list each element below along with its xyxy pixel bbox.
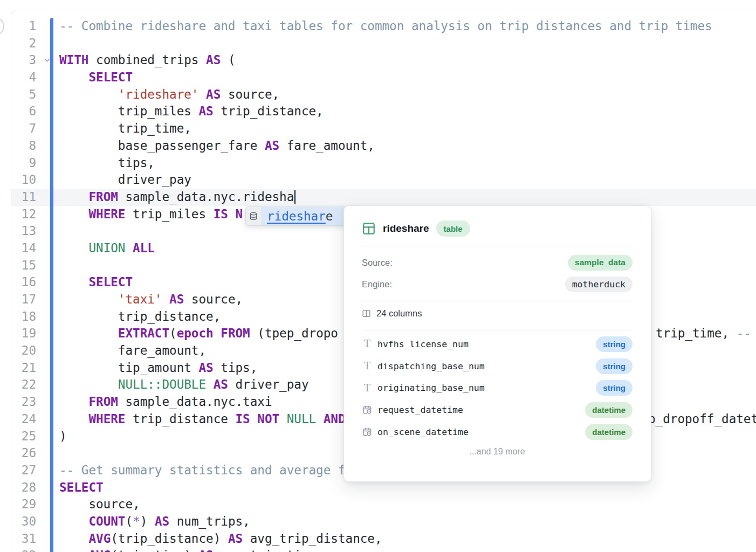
line-number: 15 xyxy=(11,257,36,274)
code-token: IS xyxy=(214,207,228,221)
sql-editor-stage: 1234567891011121314151617181920212223242… xyxy=(0,0,756,552)
code-token: tips, xyxy=(214,361,258,375)
table-info-popover: rideshare table Source: sample_data Engi… xyxy=(343,205,651,482)
code-token: AVG xyxy=(88,548,111,552)
code-token: WITH xyxy=(59,53,88,67)
line-number: 10 xyxy=(11,171,36,189)
datetime-type-icon xyxy=(362,405,372,415)
code-token: NULL::DOUBLE xyxy=(118,377,206,391)
code-line[interactable]: FROM sample_data.nyc.ridesha xyxy=(59,189,756,206)
code-line[interactable]: AVG(trip_time) AS avg_trip_time, xyxy=(59,547,756,552)
code-line[interactable]: trip_miles AS trip_distance, xyxy=(59,103,756,120)
code-token: trip_time, xyxy=(59,121,191,135)
line-number: 13 xyxy=(11,223,36,240)
line-number: 29 xyxy=(11,496,36,513)
code-line[interactable]: tips, xyxy=(59,155,756,172)
code-token: ( xyxy=(169,326,177,340)
panel-edge-decoration xyxy=(0,17,4,36)
table-type-badge: table xyxy=(436,220,470,237)
code-token: COUNT xyxy=(88,514,125,528)
column-type-badge: string xyxy=(596,380,633,396)
text-type-icon: T xyxy=(364,339,370,349)
column-type-icon xyxy=(362,405,373,415)
autocomplete-item-rideshare[interactable]: rideshare xyxy=(261,207,349,225)
divider xyxy=(362,246,633,246)
code-token: sample_data.nyc.ridesha xyxy=(118,190,294,204)
code-token: NULL xyxy=(287,412,316,426)
column-name: request_datetime xyxy=(377,405,463,415)
code-line[interactable]: AVG(trip_distance) AS avg_trip_distance, xyxy=(59,530,756,548)
cell-accent-bar xyxy=(50,18,53,552)
code-token xyxy=(59,275,88,289)
code-token: AVG xyxy=(88,532,111,546)
code-token: ( xyxy=(125,514,133,528)
line-number: 24 xyxy=(11,411,36,428)
code-line[interactable]: source, xyxy=(59,496,756,513)
code-token: (tpep_dropo xyxy=(250,326,338,340)
code-token xyxy=(59,326,118,340)
code-line[interactable]: base_passenger_fare AS fare_amount, xyxy=(59,137,756,155)
line-number: 22 xyxy=(11,376,36,394)
code-token: AS xyxy=(198,548,213,552)
code-token: FROM xyxy=(88,395,118,409)
popover-title: rideshare xyxy=(383,223,429,234)
code-line[interactable]: COUNT(*) AS num_trips, xyxy=(59,513,756,530)
line-number: 32 xyxy=(11,547,36,552)
autocomplete-popup: rideshare xyxy=(245,206,350,226)
code-line[interactable]: -- Combine rideshare and taxi tables for… xyxy=(59,18,756,35)
code-token: SELECT xyxy=(88,70,133,84)
info-label: Engine: xyxy=(362,279,392,289)
code-token: AND xyxy=(324,412,346,426)
code-token: source, xyxy=(59,497,140,511)
code-token xyxy=(206,377,214,391)
line-number: 23 xyxy=(11,394,36,411)
column-type-badge: string xyxy=(596,336,633,352)
more-columns-note: ...and 19 more xyxy=(362,447,633,457)
column-type-badge: datetime xyxy=(585,424,633,440)
code-token xyxy=(250,412,258,426)
code-token: AS xyxy=(206,87,221,101)
line-number: 2 xyxy=(11,35,36,52)
code-token: fare_amount, xyxy=(59,343,206,357)
line-number: 4 xyxy=(11,69,36,86)
popover-header: rideshare table xyxy=(362,217,633,240)
code-token: ) xyxy=(140,514,155,528)
column-type-icon xyxy=(362,427,373,437)
table-icon xyxy=(362,222,376,236)
code-token xyxy=(228,207,236,221)
code-token xyxy=(59,532,88,546)
line-number: 14 xyxy=(11,240,36,257)
code-token: trip_miles xyxy=(125,207,213,221)
info-value-badge: motherduck xyxy=(565,277,633,292)
column-type-icon: T xyxy=(362,339,373,349)
line-number: 19 xyxy=(11,325,36,342)
code-line[interactable]: trip_time, xyxy=(59,120,756,137)
code-line[interactable]: driver_pay xyxy=(59,171,756,189)
code-token: epoch xyxy=(177,326,214,340)
code-token: * xyxy=(133,514,140,528)
code-token xyxy=(198,87,206,101)
line-number: 30 xyxy=(11,513,36,530)
code-token: trip_miles xyxy=(59,104,198,118)
columns-icon xyxy=(362,309,371,318)
text-type-icon: T xyxy=(364,361,370,371)
code-token: avg_trip_time, xyxy=(214,548,324,552)
code-line[interactable]: 'rideshare' AS source, xyxy=(59,86,756,104)
code-token: SELECT xyxy=(88,275,133,289)
code-token xyxy=(59,207,88,221)
code-token: trip_distance xyxy=(125,412,235,426)
code-token: trip_distance, xyxy=(214,104,324,118)
code-line[interactable]: SELECT xyxy=(59,69,756,86)
code-line[interactable]: WITH combined_trips AS ( xyxy=(59,52,756,69)
code-token: trip_time, xyxy=(656,326,737,340)
code-token xyxy=(214,326,221,340)
column-row: T hvfhs_license_num string xyxy=(362,333,633,355)
line-number: 26 xyxy=(11,445,36,462)
info-row: Source: sample_data xyxy=(362,252,633,273)
code-token: source, xyxy=(221,87,279,101)
line-number: 11 xyxy=(11,189,36,206)
code-line[interactable] xyxy=(59,35,756,52)
code-token: EXTRACT xyxy=(118,326,169,340)
occluded-line-tail: p_dropoff_datet xyxy=(648,411,756,428)
columns-summary: 24 columns xyxy=(362,301,633,325)
